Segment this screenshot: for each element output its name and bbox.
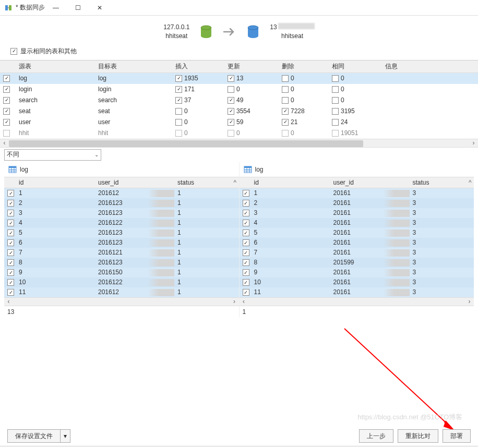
col-update[interactable]: 更新 xyxy=(224,60,279,72)
table-row[interactable]: log log 1935 13 0 0 xyxy=(0,73,478,84)
col-info[interactable]: 信息 xyxy=(382,60,478,72)
top-hscroll[interactable]: ‹ › xyxy=(0,139,478,148)
update-checkbox[interactable] xyxy=(228,86,234,93)
data-row[interactable]: 9 2016150 1 xyxy=(4,268,239,277)
row-checkbox[interactable] xyxy=(7,259,14,266)
same-checkbox[interactable] xyxy=(332,130,339,137)
delete-checkbox[interactable] xyxy=(282,119,289,126)
data-row[interactable]: 3 2016123 1 xyxy=(4,208,239,218)
same-checkbox[interactable] xyxy=(332,119,339,126)
data-row[interactable]: 6 2016123 1 xyxy=(4,238,239,248)
data-row[interactable]: 10 2016122 1 xyxy=(4,277,239,287)
data-row[interactable]: 1 20161 3 xyxy=(240,188,474,198)
row-checkbox[interactable] xyxy=(3,97,10,104)
delete-checkbox[interactable] xyxy=(282,86,289,93)
right-col-status[interactable]: status xyxy=(410,177,466,188)
delete-checkbox[interactable] xyxy=(282,97,289,104)
table-row[interactable]: search search 37 49 0 0 xyxy=(0,95,478,106)
row-checkbox[interactable] xyxy=(3,119,10,126)
data-row[interactable]: 11 201612 1 xyxy=(4,287,239,297)
row-checkbox[interactable] xyxy=(243,259,249,266)
data-row[interactable]: 7 20161 3 xyxy=(240,248,474,258)
insert-checkbox[interactable] xyxy=(175,75,182,82)
data-row[interactable]: 3 20161 3 xyxy=(240,208,474,218)
filter-dropdown[interactable]: 不同 ⌄ xyxy=(4,149,101,161)
delete-checkbox[interactable] xyxy=(282,108,289,115)
same-checkbox[interactable] xyxy=(332,108,339,115)
update-checkbox[interactable] xyxy=(228,119,234,126)
left-col-id[interactable]: id xyxy=(16,177,95,188)
row-checkbox[interactable] xyxy=(7,210,14,216)
insert-checkbox[interactable] xyxy=(175,130,182,137)
row-checkbox[interactable] xyxy=(243,190,249,197)
col-source[interactable]: 源表 xyxy=(16,60,95,72)
save-settings-button[interactable]: 保存设置文件 xyxy=(7,429,60,443)
row-checkbox[interactable] xyxy=(243,249,249,256)
insert-checkbox[interactable] xyxy=(175,97,182,104)
deploy-button[interactable]: 部署 xyxy=(443,429,471,443)
row-checkbox[interactable] xyxy=(7,269,14,276)
scroll-right-icon[interactable]: › xyxy=(469,139,478,148)
table-row[interactable]: user user 0 59 21 24 xyxy=(0,117,478,128)
row-checkbox[interactable] xyxy=(7,220,14,226)
row-checkbox[interactable] xyxy=(243,210,249,216)
scroll-thumb[interactable] xyxy=(9,140,363,147)
same-checkbox[interactable] xyxy=(332,75,339,82)
col-same[interactable]: 相同 xyxy=(329,60,382,72)
row-checkbox[interactable] xyxy=(243,269,249,276)
row-checkbox[interactable] xyxy=(7,249,14,256)
row-checkbox[interactable] xyxy=(7,200,14,207)
update-checkbox[interactable] xyxy=(228,97,234,104)
same-checkbox[interactable] xyxy=(332,97,339,104)
col-delete[interactable]: 删除 xyxy=(279,60,329,72)
col-insert[interactable]: 插入 xyxy=(172,60,224,72)
row-checkbox[interactable] xyxy=(243,200,249,207)
scroll-up-icon[interactable]: ^ xyxy=(465,177,474,188)
scroll-left-icon[interactable]: ‹ xyxy=(0,139,9,148)
left-hscroll[interactable]: ‹ › xyxy=(4,297,239,306)
row-checkbox[interactable] xyxy=(3,130,10,137)
maximize-button[interactable]: ☐ xyxy=(67,1,89,15)
table-row[interactable]: login login 171 0 0 0 xyxy=(0,84,478,95)
row-checkbox[interactable] xyxy=(243,220,249,226)
data-row[interactable]: 8 201599 3 xyxy=(240,258,474,268)
row-checkbox[interactable] xyxy=(7,289,14,296)
minimize-button[interactable]: — xyxy=(45,1,67,15)
row-checkbox[interactable] xyxy=(3,108,10,115)
col-target[interactable]: 目标表 xyxy=(95,60,172,72)
close-button[interactable]: ✕ xyxy=(89,1,111,15)
data-row[interactable]: 7 2016121 1 xyxy=(4,248,239,258)
update-checkbox[interactable] xyxy=(228,130,234,137)
data-row[interactable]: 5 20161 3 xyxy=(240,228,474,238)
recompare-button[interactable]: 重新比对 xyxy=(398,429,438,443)
delete-checkbox[interactable] xyxy=(282,130,289,137)
save-dropdown-button[interactable]: ▾ xyxy=(60,429,70,443)
data-row[interactable]: 6 20161 3 xyxy=(240,238,474,248)
row-checkbox[interactable] xyxy=(243,239,249,246)
scroll-up-icon[interactable]: ^ xyxy=(231,177,239,188)
right-col-userid[interactable]: user_id xyxy=(330,177,410,188)
show-same-checkbox[interactable] xyxy=(10,48,17,55)
right-hscroll[interactable]: ‹ › xyxy=(240,297,474,306)
right-col-id[interactable]: id xyxy=(251,177,330,188)
data-row[interactable]: 8 2016123 1 xyxy=(4,258,239,268)
update-checkbox[interactable] xyxy=(228,75,234,82)
insert-checkbox[interactable] xyxy=(175,119,182,126)
row-checkbox[interactable] xyxy=(7,279,14,286)
row-checkbox[interactable] xyxy=(3,75,10,82)
same-checkbox[interactable] xyxy=(332,86,339,93)
data-row[interactable]: 11 20161 3 xyxy=(240,287,474,297)
data-row[interactable]: 5 2016123 1 xyxy=(4,228,239,238)
update-checkbox[interactable] xyxy=(228,108,234,115)
row-checkbox[interactable] xyxy=(243,229,249,236)
row-checkbox[interactable] xyxy=(7,229,14,236)
prev-button[interactable]: 上一步 xyxy=(359,429,393,443)
row-checkbox[interactable] xyxy=(3,86,10,93)
table-row[interactable]: seat seat 0 3554 7228 3195 xyxy=(0,106,478,117)
insert-checkbox[interactable] xyxy=(175,108,182,115)
table-row[interactable]: hhit hhit 0 0 0 19051 xyxy=(0,128,478,139)
data-row[interactable]: 4 20161 3 xyxy=(240,218,474,228)
data-row[interactable]: 4 2016122 1 xyxy=(4,218,239,228)
left-col-status[interactable]: status xyxy=(174,177,231,188)
left-col-userid[interactable]: user_id xyxy=(95,177,174,188)
